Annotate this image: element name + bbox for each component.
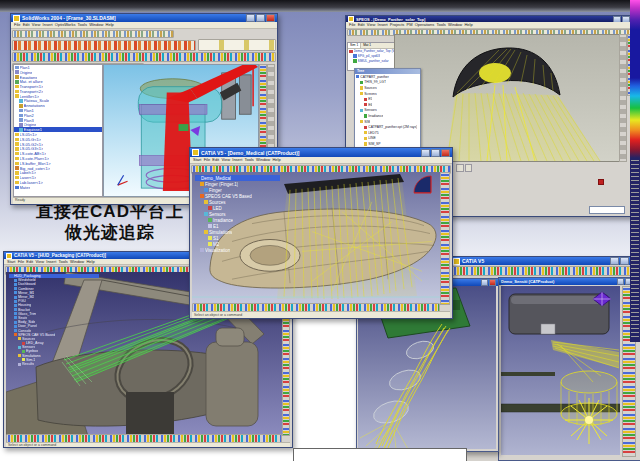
tree-item-icon: [14, 308, 17, 311]
tree-item[interactable]: SIMUL_panther_solar: [348, 59, 400, 64]
maximize-button[interactable]: [256, 14, 265, 22]
solidworks-toolbar-standard[interactable]: [12, 30, 174, 38]
maximize-button[interactable]: [431, 149, 440, 157]
tree-item-icon: [15, 70, 19, 74]
catia-sensor-title: CATIA V5: [462, 258, 484, 264]
catia-medical-viewport[interactable]: Demo_MedicalFinger (Finger.1)FingerSPEOS…: [192, 172, 442, 305]
tree-item[interactable]: SIM_SP: [355, 141, 420, 147]
tree-item[interactable]: Results: [9, 362, 99, 366]
tree-item-icon: [15, 157, 19, 161]
palette-tree[interactable]: CATPART_pantherTHIS_99_LGTSourcesScreens…: [355, 74, 420, 147]
solidworks-toolbar-view[interactable]: [12, 52, 276, 62]
tree-item-label: LINE: [368, 136, 376, 140]
tree-item-icon: [208, 242, 212, 246]
speos-project-tree[interactable]: Demo_Panther_solar_Top (VB)SPG_p4_spd03S…: [348, 49, 400, 63]
maximize-button[interactable]: [620, 257, 629, 265]
tree-item-icon: [22, 350, 25, 353]
tree-item-label: Irradiance: [368, 114, 383, 118]
tree-item-icon: [364, 137, 367, 140]
tree-item-label: Sources: [209, 200, 226, 205]
tree-item-icon: [10, 275, 13, 278]
speos-viewport[interactable]: [394, 34, 621, 162]
catia-sensor-titlebar[interactable]: CATIA V5: [451, 257, 640, 265]
tree-item-icon: [353, 54, 357, 58]
tree-item-label: Results: [22, 362, 34, 366]
solidworks-menubar[interactable]: File Edit View Insert OptisWorks Tools W…: [11, 22, 277, 29]
tree-item[interactable]: Demo_Panther_solar_Top (VB): [348, 49, 400, 54]
speos-menubar[interactable]: File Edit View Insert Projects PM Operat…: [346, 22, 640, 29]
tree-item-icon: [364, 126, 367, 129]
minimize-button[interactable]: [610, 257, 619, 265]
tree-item-label: E5: [368, 97, 372, 101]
hud-spec-tree[interactable]: HUD_PackagingWindshieldDashboardCombiner…: [9, 274, 99, 366]
tree-item-icon: [15, 147, 19, 151]
catia-sensor-toolbar[interactable]: [452, 266, 640, 276]
assembly-button-group[interactable]: [198, 39, 276, 51]
minimize-button[interactable]: [617, 278, 624, 285]
caption-line-2: 做光迹追踪: [25, 222, 195, 243]
view-nav-buttons[interactable]: [456, 164, 472, 170]
minimize-button[interactable]: [613, 16, 621, 22]
tree-item-icon: [200, 248, 204, 252]
tree-item-icon: [364, 114, 367, 117]
tree-item-icon: [208, 206, 212, 210]
tree-item-icon: [15, 90, 19, 94]
sensor-doc-titlebar[interactable]: Demo_Sensiti (CATProduct): [499, 278, 640, 285]
catia-medical-window[interactable]: CATIA V5 - [Demo_Medical (CATProduct)] S…: [189, 147, 453, 319]
speos-title: SPEOS - [Demo_Panther_solar_Top]: [356, 17, 425, 22]
feature-tree-panel[interactable]: Plan1OrigineEquationsMat. et allureTrans…: [13, 64, 103, 197]
tree-item-label: Visualization: [205, 248, 230, 253]
medical-right-toolstrip[interactable]: [440, 172, 450, 305]
tree-item-icon: [15, 162, 19, 166]
tab-mat[interactable]: Mat 1: [361, 43, 373, 48]
minimize-button[interactable]: [421, 149, 430, 157]
minimize-button[interactable]: [481, 279, 488, 286]
compass-icon: [591, 290, 613, 310]
sensor-document-window[interactable]: Demo_Sensiti (CATProduct): [498, 277, 640, 461]
tree-item-icon: [364, 103, 367, 106]
tree-item-label: Simulations: [209, 230, 232, 235]
tree-item-icon: [353, 59, 357, 63]
sensor-viewport[interactable]: [501, 286, 620, 455]
solidworks-titlebar[interactable]: SolidWorks 2004 - [Frame_30.SLDASM]: [11, 14, 277, 22]
tree-item-icon: [18, 346, 21, 349]
tree-item-label: Irradiance: [213, 218, 233, 223]
coordinate-input[interactable]: [589, 206, 625, 214]
optisworks-toolbar[interactable]: [12, 40, 196, 51]
catia-app-icon: [192, 149, 199, 156]
tree-item-label: Demo_Medical: [201, 176, 231, 181]
tree-item-icon: [364, 98, 367, 101]
minimize-button[interactable]: [246, 14, 255, 22]
bottom-placeholder-box: [293, 448, 467, 461]
marker-dot: [598, 179, 604, 185]
tree-item-icon: [15, 152, 19, 156]
tree-item[interactable]: Mates: [14, 185, 102, 190]
tree-item-icon: [22, 358, 25, 361]
catia-medical-menubar[interactable]: Start File Edit View Insert Tools Window…: [190, 157, 452, 164]
tree-item-icon: [14, 321, 17, 324]
tree-item-icon: [18, 354, 21, 357]
tree-item-label: M2: [213, 242, 219, 247]
tree-item-label: SPG_p4_spd03: [358, 54, 381, 58]
medical-spec-tree[interactable]: Demo_MedicalFinger (Finger.1)FingerSPEOS…: [195, 175, 280, 253]
tab-sim[interactable]: Sim 1: [348, 43, 361, 48]
maximize-button[interactable]: [622, 16, 630, 22]
tree-item-icon: [364, 131, 367, 134]
close-button[interactable]: [441, 149, 450, 157]
tree-item-icon: [204, 230, 208, 234]
tree-item-icon: [15, 171, 19, 175]
sensor-doc-title: Demo_Sensiti (CATProduct): [501, 279, 554, 284]
catia-hud-statusbar: Select an object or a command: [6, 442, 290, 447]
tree-item-icon: [15, 166, 19, 170]
catia-medical-titlebar[interactable]: CATIA V5 - [Demo_Medical (CATProduct)]: [190, 148, 452, 157]
tree-item-icon: [364, 142, 367, 145]
close-button[interactable]: [266, 14, 275, 22]
speos-side-panel[interactable]: Sim 1 Mat 1 Demo_Panther_solar_Top (VB)S…: [347, 42, 401, 71]
tree-item[interactable]: Visualization: [195, 247, 280, 253]
tree-item-icon: [18, 363, 21, 366]
tree-item-icon: [200, 182, 204, 186]
speos-tree-palette[interactable]: Tree CATPART_pantherTHIS_99_LGTSourcesSc…: [354, 68, 421, 151]
viewport-scrollbar[interactable]: [619, 34, 627, 162]
tree-item-icon: [15, 138, 19, 142]
close-button[interactable]: [489, 279, 496, 286]
